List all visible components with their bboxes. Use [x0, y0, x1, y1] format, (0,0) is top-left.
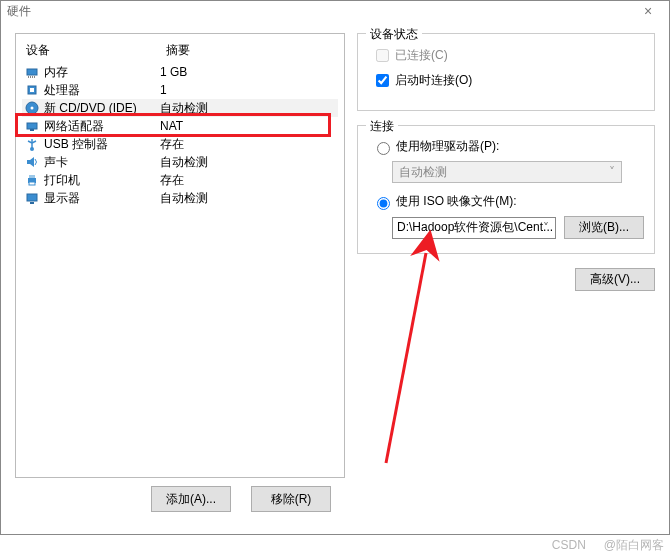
use-iso-row[interactable]: 使用 ISO 映像文件(M): [372, 193, 644, 210]
advanced-row: 高级(V)... [357, 268, 655, 291]
svg-rect-6 [30, 88, 34, 92]
connection-legend: 连接 [366, 118, 398, 135]
use-iso-radio[interactable] [377, 197, 390, 210]
device-value: NAT [160, 119, 336, 133]
device-list-header: 设备 摘要 [16, 34, 344, 63]
titlebar: 硬件 × [1, 1, 669, 21]
use-iso-label: 使用 ISO 映像文件(M): [396, 193, 517, 210]
device-value: 存在 [160, 172, 336, 189]
device-value: 1 GB [160, 65, 336, 79]
remove-button[interactable]: 移除(R) [251, 486, 331, 512]
device-name: 显示器 [44, 190, 160, 207]
close-icon[interactable]: × [633, 3, 663, 19]
device-rows: 内存1 GB处理器1新 CD/DVD (IDE)自动检测网络适配器NATUSB … [16, 63, 344, 207]
device-name: 打印机 [44, 172, 160, 189]
poweron-label: 启动时连接(O) [395, 72, 472, 89]
iso-path-dropdown[interactable]: D:\Hadoop软件资源包\Cent... [392, 217, 556, 239]
memory-icon [24, 64, 40, 80]
cpu-icon [24, 82, 40, 98]
device-row[interactable]: 打印机存在 [22, 171, 338, 189]
watermark-right: @陌白网客 [604, 537, 664, 554]
svg-marker-15 [27, 157, 34, 167]
svg-rect-20 [30, 202, 34, 204]
device-status-group: 设备状态 已连接(C) 启动时连接(O) [357, 33, 655, 111]
device-value: 自动检测 [160, 190, 336, 207]
device-row[interactable]: 新 CD/DVD (IDE)自动检测 [22, 99, 338, 117]
device-name: 网络适配器 [44, 118, 160, 135]
device-name: 声卡 [44, 154, 160, 171]
net-icon [24, 118, 40, 134]
device-name: 内存 [44, 64, 160, 81]
svg-rect-10 [30, 129, 34, 131]
advanced-button[interactable]: 高级(V)... [575, 268, 655, 291]
poweron-checkbox[interactable] [376, 74, 389, 87]
iso-row: D:\Hadoop软件资源包\Cent... 浏览(B)... [392, 216, 644, 239]
svg-rect-0 [27, 69, 37, 75]
window-title: 硬件 [7, 3, 633, 20]
use-physical-radio[interactable] [377, 142, 390, 155]
device-name: 新 CD/DVD (IDE) [44, 100, 160, 117]
device-value: 自动检测 [160, 100, 336, 117]
svg-rect-18 [29, 182, 35, 185]
left-buttons: 添加(A)... 移除(R) [15, 486, 345, 512]
watermark-left: CSDN [552, 538, 586, 552]
watermark: CSDN @陌白网客 [546, 535, 670, 555]
poweron-checkbox-row[interactable]: 启动时连接(O) [372, 71, 644, 90]
svg-rect-3 [32, 76, 33, 78]
device-list-panel: 设备 摘要 内存1 GB处理器1新 CD/DVD (IDE)自动检测网络适配器N… [15, 33, 345, 478]
device-row[interactable]: 处理器1 [22, 81, 338, 99]
usb-icon [24, 136, 40, 152]
hardware-dialog: 硬件 × 设备 摘要 内存1 GB处理器1新 CD/DVD (IDE)自动检测网… [0, 0, 670, 535]
device-row[interactable]: 网络适配器NAT [22, 117, 338, 135]
device-row[interactable]: 内存1 GB [22, 63, 338, 81]
header-device: 设备 [26, 42, 166, 59]
device-status-legend: 设备状态 [366, 26, 422, 43]
physical-drive-dropdown: 自动检测 [392, 161, 622, 183]
add-button[interactable]: 添加(A)... [151, 486, 231, 512]
right-panel: 设备状态 已连接(C) 启动时连接(O) 连接 使用物理驱动器(P): 自动检测 [357, 33, 655, 512]
browse-button[interactable]: 浏览(B)... [564, 216, 644, 239]
svg-rect-19 [27, 194, 37, 201]
device-name: 处理器 [44, 82, 160, 99]
content-area: 设备 摘要 内存1 GB处理器1新 CD/DVD (IDE)自动检测网络适配器N… [1, 23, 669, 534]
svg-rect-2 [30, 76, 31, 78]
connection-group: 连接 使用物理驱动器(P): 自动检测 使用 ISO 映像文件(M): D:\H… [357, 125, 655, 254]
svg-rect-9 [27, 123, 37, 129]
svg-rect-4 [34, 76, 35, 78]
audio-icon [24, 154, 40, 170]
use-physical-row[interactable]: 使用物理驱动器(P): [372, 138, 644, 155]
device-row[interactable]: 显示器自动检测 [22, 189, 338, 207]
device-value: 存在 [160, 136, 336, 153]
svg-rect-17 [29, 175, 35, 178]
connected-checkbox-row[interactable]: 已连接(C) [372, 46, 644, 65]
svg-rect-1 [28, 76, 29, 78]
physical-drive-value: 自动检测 [399, 164, 447, 181]
iso-path-value: D:\Hadoop软件资源包\Cent... [397, 219, 553, 236]
device-name: USB 控制器 [44, 136, 160, 153]
device-row[interactable]: 声卡自动检测 [22, 153, 338, 171]
device-row[interactable]: USB 控制器存在 [22, 135, 338, 153]
use-physical-label: 使用物理驱动器(P): [396, 138, 499, 155]
header-summary: 摘要 [166, 42, 334, 59]
device-value: 自动检测 [160, 154, 336, 171]
printer-icon [24, 172, 40, 188]
cd-icon [24, 100, 40, 116]
svg-point-8 [31, 107, 34, 110]
connected-label: 已连接(C) [395, 47, 448, 64]
connected-checkbox [376, 49, 389, 62]
display-icon [24, 190, 40, 206]
device-value: 1 [160, 83, 336, 97]
